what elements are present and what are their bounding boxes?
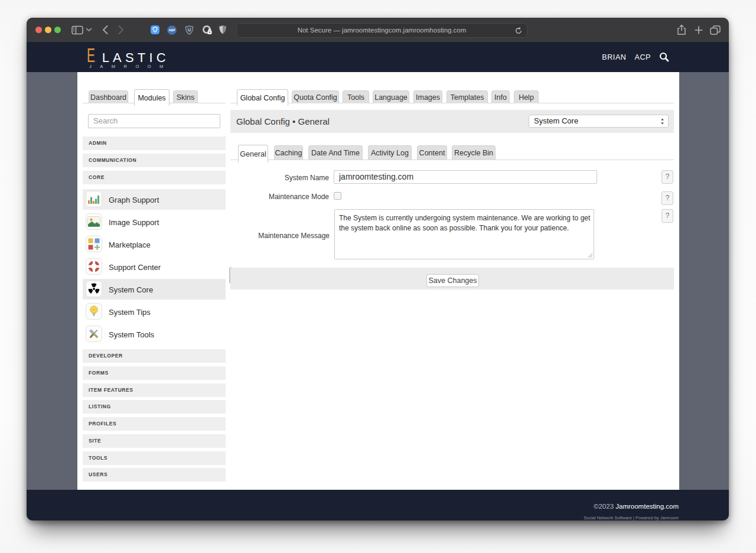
svg-text:U: U: [188, 27, 191, 31]
svg-text:ABP: ABP: [169, 28, 175, 32]
